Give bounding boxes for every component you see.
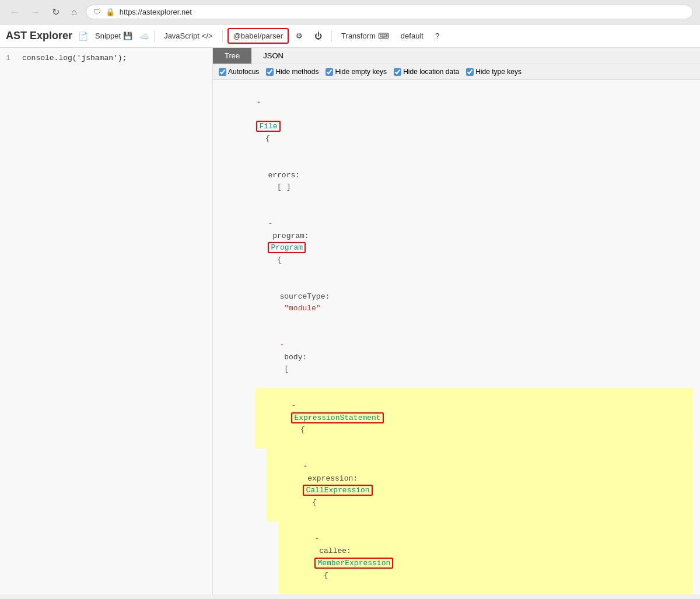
divider-2 <box>222 30 223 42</box>
program-type-link[interactable]: Program <box>268 242 306 253</box>
tree-line-program: - program: Program { <box>232 206 693 279</box>
expression-statement-link[interactable]: ExpressionStatement <box>291 412 383 423</box>
collapse-expression-statement[interactable]: - <box>291 401 296 410</box>
tab-json[interactable]: JSON <box>251 48 295 64</box>
language-label: JavaScript <box>164 31 200 40</box>
hide-type-keys-label: Hide type keys <box>475 68 522 76</box>
line-number-1: 1 <box>6 54 15 62</box>
snippet-label: Snippet <box>95 31 121 40</box>
language-button[interactable]: JavaScript </> <box>159 29 218 43</box>
settings-button[interactable]: ⚙ <box>291 29 307 43</box>
tree-line-member-expression: - callee: MemberExpression { <box>278 521 693 594</box>
toggle-button[interactable]: ⏻ <box>310 29 327 43</box>
hide-empty-keys-checkbox[interactable] <box>326 68 333 76</box>
hide-methods-checkbox[interactable] <box>266 68 274 76</box>
autofocus-checkbox[interactable] <box>219 68 226 76</box>
collapse-file[interactable]: - <box>256 98 261 107</box>
save-icon: 📄 <box>78 31 88 41</box>
keyboard-icon: ⌨ <box>378 31 389 40</box>
option-hide-methods[interactable]: Hide methods <box>266 68 318 76</box>
tree-line-sourcetype: sourceType: "module" <box>243 279 693 327</box>
help-icon: ? <box>435 31 439 40</box>
options-bar: Autofocus Hide methods Hide empty keys H… <box>213 64 700 80</box>
back-button[interactable]: ← <box>7 6 22 19</box>
lock-icon: 🔒 <box>106 8 115 16</box>
settings-icon: ⚙ <box>296 31 303 40</box>
collapse-program[interactable]: - <box>268 219 272 228</box>
tree-line-expression-statement: - ExpressionStatement { <box>255 388 693 449</box>
transform-button[interactable]: Transform ⌨ <box>337 29 394 43</box>
hide-location-label: Hide location data <box>403 68 459 76</box>
tree-line-call-expression: - expression: CallExpression { <box>267 449 693 521</box>
collapse-member-expression[interactable]: - <box>314 534 319 543</box>
browser-nav: ← → ↻ ⌂ 🛡 🔒 <box>0 0 700 24</box>
option-hide-location[interactable]: Hide location data <box>394 68 459 76</box>
code-content-1: console.log('jshaman'); <box>22 54 127 62</box>
app-logo: AST Explorer <box>6 30 72 42</box>
option-autofocus[interactable]: Autofocus <box>219 68 259 76</box>
option-hide-type-keys[interactable]: Hide type keys <box>466 68 522 76</box>
code-editor[interactable]: 1 console.log('jshaman'); <box>0 48 213 594</box>
hide-type-keys-checkbox[interactable] <box>466 68 474 76</box>
ast-pane: Tree JSON Autofocus Hide methods Hide em… <box>213 48 700 594</box>
tree-line-errors: errors: [ ] <box>232 157 693 206</box>
file-type-link[interactable]: File <box>256 121 280 132</box>
snippet-button[interactable]: Snippet 💾 <box>90 29 137 43</box>
divider-3 <box>331 30 332 42</box>
tab-tree[interactable]: Tree <box>213 48 251 64</box>
call-expression-link[interactable]: CallExpression <box>303 485 372 496</box>
default-button[interactable]: default <box>396 29 428 43</box>
shield-icon: 🛡 <box>93 8 101 16</box>
url-input[interactable] <box>120 8 685 16</box>
cloud-icon: ☁️ <box>139 31 149 41</box>
code-icon: </> <box>202 31 213 40</box>
hide-empty-keys-label: Hide empty keys <box>335 68 387 76</box>
save-btn-icon: 💾 <box>123 31 132 40</box>
member-expression-link[interactable]: MemberExpression <box>314 558 393 569</box>
code-line-1: 1 console.log('jshaman'); <box>0 54 212 62</box>
option-hide-empty-keys[interactable]: Hide empty keys <box>326 68 387 76</box>
parser-button[interactable]: @babel/parser <box>228 28 289 44</box>
default-label: default <box>401 31 424 40</box>
main-layout: 1 console.log('jshaman'); Tree JSON Auto… <box>0 48 700 594</box>
parser-label: @babel/parser <box>233 31 283 40</box>
transform-label: Transform <box>341 31 376 40</box>
tree-line-body: - body: [ <box>243 327 693 388</box>
collapse-body[interactable]: - <box>279 341 284 349</box>
hide-location-checkbox[interactable] <box>394 68 401 76</box>
ast-tabs: Tree JSON <box>213 48 700 64</box>
tree-line-identifier-object: - object: Identifier { <box>290 594 693 594</box>
divider-1 <box>154 30 155 42</box>
app-toolbar: AST Explorer 📄 Snippet 💾 ☁️ JavaScript <… <box>0 24 700 48</box>
tree-line-file: - File { <box>220 85 693 157</box>
ast-tree: - File { errors: [ ] - program: Program … <box>213 80 700 594</box>
collapse-call-expression[interactable]: - <box>303 462 307 471</box>
browser-chrome: ← → ↻ ⌂ 🛡 🔒 <box>0 0 700 24</box>
help-button[interactable]: ? <box>430 29 444 43</box>
hide-methods-label: Hide methods <box>275 68 318 76</box>
home-button[interactable]: ⌂ <box>68 6 80 19</box>
autofocus-label: Autofocus <box>228 68 259 76</box>
address-bar: 🛡 🔒 <box>86 5 693 19</box>
toggle-icon: ⏻ <box>314 31 322 40</box>
reload-button[interactable]: ↻ <box>49 5 62 19</box>
forward-button[interactable]: → <box>28 6 43 19</box>
